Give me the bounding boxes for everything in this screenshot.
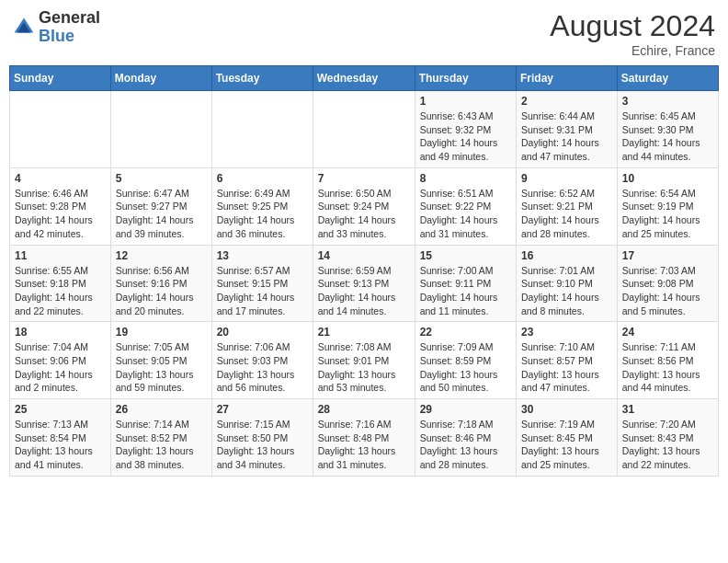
- day-number: 27: [217, 403, 308, 416]
- day-number: 17: [622, 249, 713, 262]
- logo: General Blue: [13, 9, 100, 46]
- day-number: 5: [116, 172, 207, 185]
- calendar-day-cell: 2Sunrise: 6:44 AMSunset: 9:31 PMDaylight…: [517, 91, 618, 168]
- day-of-week-header: Wednesday: [313, 66, 415, 91]
- calendar-day-cell: 31Sunrise: 7:20 AMSunset: 8:43 PMDayligh…: [617, 399, 718, 477]
- logo-general-text: General: [39, 9, 100, 28]
- day-info: Sunrise: 7:13 AMSunset: 8:54 PMDaylight:…: [15, 418, 106, 472]
- day-info: Sunrise: 6:55 AMSunset: 9:18 PMDaylight:…: [15, 264, 106, 318]
- day-info: Sunrise: 7:09 AMSunset: 8:59 PMDaylight:…: [420, 340, 511, 395]
- day-info: Sunrise: 6:52 AMSunset: 9:21 PMDaylight:…: [521, 187, 612, 241]
- calendar-day-cell: 25Sunrise: 7:13 AMSunset: 8:54 PMDayligh…: [10, 399, 111, 477]
- day-of-week-header: Saturday: [617, 66, 718, 91]
- day-number: 12: [116, 249, 207, 262]
- day-of-week-header: Sunday: [10, 66, 111, 91]
- day-info: Sunrise: 7:04 AMSunset: 9:06 PMDaylight:…: [15, 340, 106, 395]
- calendar-day-cell: 4Sunrise: 6:46 AMSunset: 9:28 PMDaylight…: [10, 167, 111, 245]
- day-number: 20: [217, 326, 308, 339]
- day-number: 28: [318, 403, 410, 416]
- calendar-day-cell: 10Sunrise: 6:54 AMSunset: 9:19 PMDayligh…: [617, 167, 718, 245]
- calendar-day-cell: 26Sunrise: 7:14 AMSunset: 8:52 PMDayligh…: [110, 399, 211, 477]
- day-info: Sunrise: 6:56 AMSunset: 9:16 PMDaylight:…: [116, 264, 207, 318]
- day-info: Sunrise: 7:10 AMSunset: 8:57 PMDaylight:…: [521, 340, 612, 395]
- calendar-header: SundayMondayTuesdayWednesdayThursdayFrid…: [10, 66, 719, 91]
- day-info: Sunrise: 6:50 AMSunset: 9:24 PMDaylight:…: [318, 187, 410, 241]
- calendar-day-cell: 29Sunrise: 7:18 AMSunset: 8:46 PMDayligh…: [415, 399, 516, 477]
- day-info: Sunrise: 7:08 AMSunset: 9:01 PMDaylight:…: [318, 340, 410, 395]
- calendar-day-cell: 5Sunrise: 6:47 AMSunset: 9:27 PMDaylight…: [110, 167, 211, 245]
- calendar-day-cell: 20Sunrise: 7:06 AMSunset: 9:03 PMDayligh…: [211, 322, 313, 399]
- day-info: Sunrise: 7:00 AMSunset: 9:11 PMDaylight:…: [420, 264, 511, 318]
- day-info: Sunrise: 7:15 AMSunset: 8:50 PMDaylight:…: [217, 418, 308, 472]
- day-number: 15: [420, 249, 511, 262]
- day-info: Sunrise: 7:05 AMSunset: 9:05 PMDaylight:…: [116, 340, 207, 395]
- calendar-week-row: 4Sunrise: 6:46 AMSunset: 9:28 PMDaylight…: [10, 167, 719, 245]
- day-info: Sunrise: 7:20 AMSunset: 8:43 PMDaylight:…: [622, 418, 713, 472]
- day-number: 31: [622, 403, 713, 416]
- calendar-day-cell: 11Sunrise: 6:55 AMSunset: 9:18 PMDayligh…: [10, 245, 111, 322]
- calendar-day-cell: 15Sunrise: 7:00 AMSunset: 9:11 PMDayligh…: [415, 245, 516, 322]
- day-info: Sunrise: 6:44 AMSunset: 9:31 PMDaylight:…: [521, 109, 612, 164]
- title-block: August 2024 Echire, France: [550, 9, 715, 58]
- day-number: 8: [420, 172, 511, 185]
- day-info: Sunrise: 6:59 AMSunset: 9:13 PMDaylight:…: [318, 264, 410, 318]
- calendar-day-cell: 7Sunrise: 6:50 AMSunset: 9:24 PMDaylight…: [313, 167, 415, 245]
- day-of-week-header: Thursday: [415, 66, 516, 91]
- day-info: Sunrise: 6:57 AMSunset: 9:15 PMDaylight:…: [217, 264, 308, 318]
- calendar-day-cell: 12Sunrise: 6:56 AMSunset: 9:16 PMDayligh…: [110, 245, 211, 322]
- calendar-day-cell: [10, 91, 111, 168]
- calendar-day-cell: 21Sunrise: 7:08 AMSunset: 9:01 PMDayligh…: [313, 322, 415, 399]
- day-number: 30: [521, 403, 612, 416]
- day-number: 1: [420, 95, 511, 108]
- calendar-day-cell: [211, 91, 313, 168]
- calendar-day-cell: 3Sunrise: 6:45 AMSunset: 9:30 PMDaylight…: [617, 91, 718, 168]
- day-number: 18: [15, 326, 106, 339]
- calendar-day-cell: 27Sunrise: 7:15 AMSunset: 8:50 PMDayligh…: [211, 399, 313, 477]
- day-of-week-header: Monday: [110, 66, 211, 91]
- day-number: 4: [15, 172, 106, 185]
- calendar-day-cell: 16Sunrise: 7:01 AMSunset: 9:10 PMDayligh…: [517, 245, 618, 322]
- calendar-day-cell: 14Sunrise: 6:59 AMSunset: 9:13 PMDayligh…: [313, 245, 415, 322]
- day-number: 22: [420, 326, 511, 339]
- calendar-day-cell: 19Sunrise: 7:05 AMSunset: 9:05 PMDayligh…: [110, 322, 211, 399]
- calendar-day-cell: [110, 91, 211, 168]
- logo-icon: [13, 17, 35, 39]
- day-info: Sunrise: 6:45 AMSunset: 9:30 PMDaylight:…: [622, 109, 713, 164]
- calendar-day-cell: 24Sunrise: 7:11 AMSunset: 8:56 PMDayligh…: [617, 322, 718, 399]
- day-info: Sunrise: 6:51 AMSunset: 9:22 PMDaylight:…: [420, 187, 511, 241]
- day-number: 16: [521, 249, 612, 262]
- day-number: 6: [217, 172, 308, 185]
- calendar-week-row: 25Sunrise: 7:13 AMSunset: 8:54 PMDayligh…: [10, 399, 719, 477]
- day-info: Sunrise: 7:19 AMSunset: 8:45 PMDaylight:…: [521, 418, 612, 472]
- day-number: 19: [116, 326, 207, 339]
- day-info: Sunrise: 7:16 AMSunset: 8:48 PMDaylight:…: [318, 418, 410, 472]
- day-number: 10: [622, 172, 713, 185]
- day-info: Sunrise: 7:03 AMSunset: 9:08 PMDaylight:…: [622, 264, 713, 318]
- day-info: Sunrise: 7:11 AMSunset: 8:56 PMDaylight:…: [622, 340, 713, 395]
- day-info: Sunrise: 7:01 AMSunset: 9:10 PMDaylight:…: [521, 264, 612, 318]
- calendar-week-row: 1Sunrise: 6:43 AMSunset: 9:32 PMDaylight…: [10, 91, 719, 168]
- day-of-week-header: Tuesday: [211, 66, 313, 91]
- day-number: 14: [318, 249, 410, 262]
- day-number: 2: [521, 95, 612, 108]
- day-number: 26: [116, 403, 207, 416]
- day-info: Sunrise: 6:46 AMSunset: 9:28 PMDaylight:…: [15, 187, 106, 241]
- day-number: 13: [217, 249, 308, 262]
- calendar-table: SundayMondayTuesdayWednesdayThursdayFrid…: [9, 65, 719, 477]
- calendar-week-row: 11Sunrise: 6:55 AMSunset: 9:18 PMDayligh…: [10, 245, 719, 322]
- logo-blue-text: Blue: [39, 28, 100, 46]
- calendar-day-cell: 1Sunrise: 6:43 AMSunset: 9:32 PMDaylight…: [415, 91, 516, 168]
- day-info: Sunrise: 6:54 AMSunset: 9:19 PMDaylight:…: [622, 187, 713, 241]
- day-number: 11: [15, 249, 106, 262]
- day-info: Sunrise: 7:06 AMSunset: 9:03 PMDaylight:…: [217, 340, 308, 395]
- day-number: 25: [15, 403, 106, 416]
- day-number: 9: [521, 172, 612, 185]
- location-subtitle: Echire, France: [550, 43, 715, 58]
- day-number: 3: [622, 95, 713, 108]
- page-header: General Blue August 2024 Echire, France: [9, 9, 719, 58]
- calendar-day-cell: 30Sunrise: 7:19 AMSunset: 8:45 PMDayligh…: [517, 399, 618, 477]
- day-number: 29: [420, 403, 511, 416]
- day-number: 7: [318, 172, 410, 185]
- day-info: Sunrise: 7:14 AMSunset: 8:52 PMDaylight:…: [116, 418, 207, 472]
- day-number: 21: [318, 326, 410, 339]
